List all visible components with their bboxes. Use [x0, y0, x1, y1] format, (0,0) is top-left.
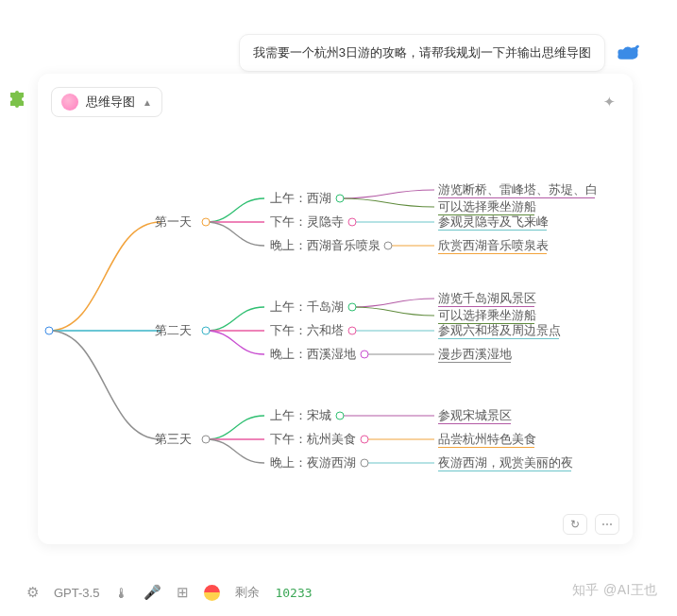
mindmap-note-label: 品尝杭州特色美食: [438, 432, 536, 448]
mindmap-note-label: 参观宋城景区: [438, 408, 512, 424]
watermark: 知乎 @AI王也: [572, 582, 658, 599]
refresh-button[interactable]: ↻: [563, 514, 587, 535]
more-button[interactable]: ⋯: [595, 514, 619, 535]
mindmap-node-dot[interactable]: [336, 195, 345, 203]
mindmap-note-label: 可以选择乘坐游船: [438, 308, 536, 324]
mindmap-time-label: 晚上：西湖音乐喷泉: [270, 238, 381, 254]
mindmap-note-label: 可以选择乘坐游船: [438, 199, 536, 215]
mindmap-note-label: 游览千岛湖风景区: [438, 291, 536, 307]
mindmap-day-label: 第三天: [155, 432, 192, 448]
mindmap-note-label: 漫步西溪湿地: [438, 347, 512, 363]
model-label[interactable]: GPT-3.5: [54, 586, 99, 600]
mindmap-node-dot[interactable]: [45, 327, 54, 335]
chevron-up-icon: ▲: [143, 97, 152, 108]
mindmap-node-dot[interactable]: [384, 242, 393, 250]
mindmap-time-label: 上午：西湖: [270, 191, 331, 207]
mindmap-note-label: 夜游西湖，观赏美丽的夜: [438, 455, 573, 471]
mindmap-note-label: 参观灵隐寺及飞来峰: [438, 214, 549, 231]
thermometer-icon[interactable]: 🌡: [114, 585, 128, 601]
mindmap-time-label: 晚上：夜游西湖: [270, 455, 356, 471]
mindmap-time-label: 上午：宋城: [270, 408, 331, 424]
mindmap-time-label: 上午：千岛湖: [270, 299, 344, 316]
mindmap-note-label: 参观六和塔及周边景点: [438, 323, 561, 339]
mindmap-time-label: 下午：灵隐寺: [270, 214, 344, 231]
mindmap-node-dot[interactable]: [347, 327, 356, 335]
mindmap-time-label: 晚上：西溪湿地: [270, 347, 356, 363]
mindmap-canvas[interactable]: 第一天上午：西湖游览断桥、雷峰塔、苏堤、白可以选择乘坐游船下午：灵隐寺参观灵隐寺…: [38, 132, 633, 529]
chip-label: 思维导图: [86, 94, 135, 111]
sparkle-icon[interactable]: ✦: [603, 94, 616, 111]
user-message-bubble: 我需要一个杭州3日游的攻略，请帮我规划一下并输出思维导图: [239, 34, 605, 72]
mindmap-day-label: 第二天: [155, 323, 192, 339]
mindmap-node-dot[interactable]: [336, 412, 345, 420]
mindmap-card: 思维导图 ▲ ✦ 第一天上午：西湖游览断桥、雷峰塔、苏堤、白可以选择乘坐游船下午…: [38, 74, 633, 544]
gear-icon[interactable]: ⚙: [26, 584, 39, 601]
mindmap-node-dot[interactable]: [360, 436, 368, 444]
mindmap-node-dot[interactable]: [202, 436, 211, 444]
mindmap-note-label: 游览断桥、雷峰塔、苏堤、白: [438, 182, 598, 198]
mindmap-time-label: 下午：六和塔: [270, 323, 344, 339]
mindmap-note-label: 欣赏西湖音乐喷泉表: [438, 238, 549, 254]
grid-icon[interactable]: ⊞: [177, 584, 189, 601]
mindmap-time-label: 下午：杭州美食: [270, 432, 356, 448]
mindmap-chip[interactable]: 思维导图 ▲: [51, 87, 162, 117]
puzzle-icon: [8, 85, 30, 108]
mindmap-node-dot[interactable]: [347, 218, 356, 227]
mic-icon[interactable]: 🎤: [144, 584, 161, 601]
whale-avatar-icon: [615, 42, 641, 64]
mindmap-node-dot[interactable]: [360, 351, 368, 359]
brain-icon: [61, 94, 78, 111]
mindmap-node-dot[interactable]: [347, 303, 356, 312]
mindmap-node-dot[interactable]: [202, 327, 211, 335]
mindmap-day-label: 第一天: [155, 214, 192, 231]
mindmap-node-dot[interactable]: [202, 218, 211, 227]
remaining-label: 剩余: [235, 584, 260, 601]
remaining-value: 10233: [275, 586, 312, 600]
smile-icon: [204, 585, 220, 601]
mindmap-node-dot[interactable]: [360, 459, 368, 468]
